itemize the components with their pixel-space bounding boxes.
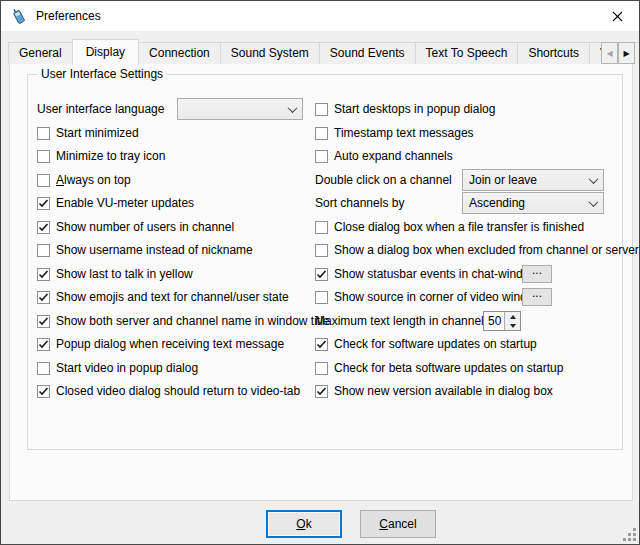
checkbox-row[interactable]: Show username instead of nickname — [37, 239, 313, 261]
spin-down-button[interactable] — [505, 321, 520, 330]
checkbox-label[interactable]: Show statusbar events in chat-window — [334, 267, 538, 281]
tab-sound-events[interactable]: Sound Events — [319, 42, 416, 64]
checkbox[interactable] — [315, 362, 328, 375]
checkbox-row[interactable]: Minimize to tray icon — [37, 145, 313, 167]
checkbox-label[interactable]: Show last to talk in yellow — [56, 267, 193, 281]
checkbox-row[interactable]: Close dialog box when a file transfer is… — [315, 216, 617, 238]
checkbox[interactable] — [315, 244, 328, 257]
app-icon — [10, 7, 28, 25]
checkbox-label[interactable]: Start video in popup dialog — [56, 361, 198, 375]
checkbox-label[interactable]: Auto expand channels — [334, 149, 453, 163]
checkbox-label[interactable]: Timestamp text messages — [334, 126, 474, 140]
tab-scroll-right-button[interactable]: ▶ — [618, 42, 635, 64]
arrow-right-icon: ▶ — [623, 49, 629, 58]
checkbox-label[interactable]: Show username instead of nickname — [56, 243, 253, 257]
checkbox[interactable] — [37, 127, 50, 140]
tab-scroll-left-button[interactable]: ◀ — [601, 42, 618, 64]
tab-display[interactable]: Display — [72, 39, 139, 65]
tab-connection[interactable]: Connection — [138, 42, 221, 64]
titlebar: Preferences — [1, 1, 639, 31]
video-source-more-button[interactable]: ... — [522, 288, 552, 306]
checkbox-label[interactable]: Popup dialog when receiving text message — [56, 337, 284, 351]
checkbox[interactable] — [37, 244, 50, 257]
checkbox-row[interactable]: Show both server and channel name in win… — [37, 310, 313, 332]
checkbox-label[interactable]: Minimize to tray icon — [56, 149, 165, 163]
double-click-combobox[interactable]: Join or leave — [462, 169, 604, 191]
checkbox-label[interactable]: Start minimized — [56, 126, 139, 140]
checkbox-label[interactable]: Show emojis and text for channel/user st… — [56, 290, 289, 304]
checkbox-row[interactable]: Enable VU-meter updates — [37, 192, 313, 214]
checkbox-row[interactable]: Timestamp text messages — [315, 122, 617, 144]
checkbox-row[interactable]: Closed video dialog should return to vid… — [37, 380, 313, 402]
checkbox[interactable] — [37, 268, 50, 281]
checkbox-label[interactable]: Close dialog box when a file transfer is… — [334, 220, 584, 234]
double-click-value: Join or leave — [463, 173, 584, 187]
checkbox-row[interactable]: Show a dialog box when excluded from cha… — [315, 239, 617, 261]
language-combobox[interactable] — [177, 98, 303, 120]
spin-buttons — [504, 312, 520, 330]
checkbox-label[interactable]: Show a dialog box when excluded from cha… — [334, 243, 639, 257]
checkbox-row[interactable]: Show new version available in dialog box — [315, 380, 617, 402]
checkbox-row[interactable]: Check for software updates on startup — [315, 333, 617, 355]
tab-general[interactable]: General — [8, 42, 73, 64]
checkbox[interactable] — [37, 315, 50, 328]
checkbox[interactable] — [37, 150, 50, 163]
checkbox[interactable] — [37, 291, 50, 304]
checkbox[interactable] — [37, 338, 50, 351]
sort-channels-combobox[interactable]: Ascending — [462, 192, 604, 214]
checkbox[interactable] — [315, 150, 328, 163]
checkbox-row[interactable]: Popup dialog when receiving text message — [37, 333, 313, 355]
tab-text-to-speech[interactable]: Text To Speech — [415, 42, 519, 64]
checkbox-label[interactable]: Show number of users in channel — [56, 220, 234, 234]
checkbox[interactable] — [315, 291, 328, 304]
checkbox-row[interactable]: Check for beta software updates on start… — [315, 357, 617, 379]
max-text-length-value[interactable]: 50 — [484, 312, 504, 330]
checkbox-row[interactable]: Show number of users in channel — [37, 216, 313, 238]
checkbox-label[interactable]: Start desktops in popup dialog — [334, 102, 495, 116]
checkbox[interactable] — [315, 385, 328, 398]
left-column: User interface language Start minimized … — [37, 75, 313, 449]
checkbox[interactable] — [315, 221, 328, 234]
checkbox[interactable] — [315, 268, 328, 281]
statusbar-events-more-button[interactable]: ... — [522, 265, 552, 283]
sort-channels-row: Sort channels by Ascending — [315, 192, 617, 214]
max-text-length-row: Maximum text length in channel list 50 — [315, 310, 617, 332]
resize-grip[interactable] — [623, 528, 636, 541]
checkbox-label[interactable]: Check for beta software updates on start… — [334, 361, 563, 375]
checkbox[interactable] — [37, 197, 50, 210]
cancel-button[interactable]: Cancel — [360, 510, 436, 538]
ok-button[interactable]: Ok — [266, 510, 342, 538]
ok-button-label: Ok — [296, 517, 311, 531]
statusbar-events-row[interactable]: Show statusbar events in chat-window ... — [315, 263, 617, 285]
tab-sound-system[interactable]: Sound System — [220, 42, 320, 64]
checkbox-label[interactable]: Show new version available in dialog box — [334, 384, 553, 398]
checkbox[interactable] — [315, 127, 328, 140]
video-source-row[interactable]: Show source in corner of video window ..… — [315, 286, 617, 308]
tab-shortcuts[interactable]: Shortcuts — [517, 42, 590, 64]
checkbox-row[interactable]: Start desktops in popup dialog — [315, 98, 617, 120]
checkbox-label[interactable]: Always on top — [56, 173, 131, 187]
checkbox[interactable] — [315, 103, 328, 116]
spin-up-button[interactable] — [505, 312, 520, 321]
checkbox-row[interactable]: Auto expand channels — [315, 145, 617, 167]
chevron-down-icon — [283, 106, 302, 113]
checkbox-label[interactable]: Closed video dialog should return to vid… — [56, 384, 300, 398]
checkbox-label[interactable]: Show source in corner of video window — [334, 290, 542, 304]
checkbox-label[interactable]: Check for software updates on startup — [334, 337, 537, 351]
checkbox[interactable] — [37, 362, 50, 375]
checkbox-row[interactable]: Show emojis and text for channel/user st… — [37, 286, 313, 308]
max-text-length-spinbox[interactable]: 50 — [483, 311, 521, 331]
close-button[interactable] — [595, 1, 639, 31]
checkbox-row[interactable]: Start minimized — [37, 122, 313, 144]
checkbox[interactable] — [37, 221, 50, 234]
checkbox[interactable] — [37, 385, 50, 398]
checkbox-row[interactable]: Show last to talk in yellow — [37, 263, 313, 285]
checkbox[interactable] — [315, 338, 328, 351]
user-interface-settings-group: User Interface Settings User interface l… — [27, 74, 623, 450]
checkbox-row[interactable]: Start video in popup dialog — [37, 357, 313, 379]
checkbox-label[interactable]: Enable VU-meter updates — [56, 196, 194, 210]
checkbox-row[interactable]: Always on top — [37, 169, 313, 191]
window-title: Preferences — [36, 9, 101, 23]
checkbox[interactable] — [37, 174, 50, 187]
checkbox-label[interactable]: Show both server and channel name in win… — [56, 314, 330, 328]
